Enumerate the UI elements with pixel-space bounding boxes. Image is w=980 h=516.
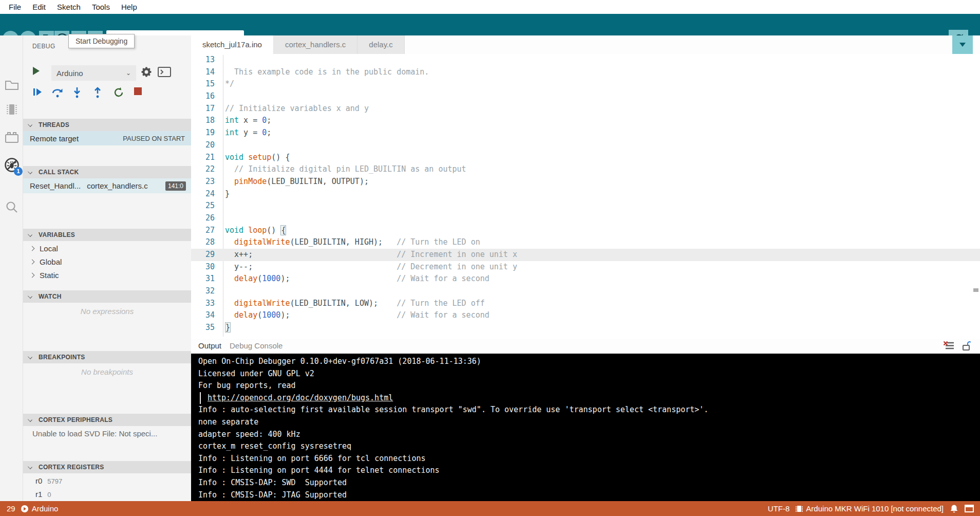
menu-file[interactable]: File — [3, 0, 27, 14]
feedback-window-icon[interactable] — [965, 505, 974, 512]
code-line-22[interactable]: 22 // Initialize digital pin LED_BUILTIN… — [191, 163, 980, 176]
line-number[interactable]: 26 — [191, 212, 215, 225]
line-number[interactable]: 29 — [191, 249, 215, 261]
line-number[interactable]: 20 — [191, 139, 215, 152]
line-number[interactable]: 23 — [191, 176, 215, 188]
line-number[interactable]: 28 — [191, 236, 215, 249]
code-line-23[interactable]: 23 pinMode(LED_BUILTIN, OUTPUT); — [191, 176, 980, 188]
line-number[interactable]: 31 — [191, 273, 215, 285]
line-number[interactable]: 33 — [191, 298, 215, 310]
notifications-bell-icon[interactable] — [950, 504, 958, 513]
line-number[interactable]: 17 — [191, 103, 215, 115]
line-number[interactable]: 24 — [191, 188, 215, 200]
library-manager-icon[interactable] — [4, 129, 20, 145]
line-number[interactable]: 18 — [191, 115, 215, 127]
variables-group-global[interactable]: Global — [23, 255, 191, 269]
code-line-16[interactable]: 16 — [191, 90, 980, 103]
code-line-20[interactable]: 20 — [191, 139, 980, 152]
clear-output-icon[interactable] — [943, 341, 954, 353]
line-number[interactable]: 15 — [191, 78, 215, 90]
editor-tab-delay.c[interactable]: delay.c — [357, 35, 404, 54]
tab-output[interactable]: Output — [198, 339, 221, 354]
status-board[interactable]: Arduino MKR WiFi 1010 [not connected] — [796, 504, 944, 513]
boards-chip-icon[interactable] — [4, 101, 20, 118]
step-over-button[interactable] — [51, 87, 64, 100]
line-number[interactable]: 14 — [191, 66, 215, 79]
code-line-25[interactable]: 25 — [191, 200, 980, 212]
step-out-button[interactable] — [93, 87, 102, 100]
debug-config-selector[interactable]: Arduino ⌄ — [51, 65, 136, 81]
tab-list-dropdown-button[interactable] — [952, 35, 973, 54]
code-line-33[interactable]: 33 digitalWrite(LED_BUILTIN, LOW); // Tu… — [191, 298, 980, 310]
code-line-15[interactable]: 15*/ — [191, 78, 980, 90]
line-number[interactable]: 22 — [191, 163, 215, 176]
output-console[interactable]: Open On-Chip Debugger 0.10.0+dev-gf0767a… — [191, 354, 980, 501]
debug-terminal-icon[interactable] — [158, 67, 171, 79]
line-number[interactable]: 35 — [191, 322, 215, 334]
start-debug-play-button[interactable] — [32, 66, 40, 78]
editor-tab-cortex_handlers.c[interactable]: cortex_handlers.c — [274, 35, 357, 54]
code-line-35[interactable]: 35} — [191, 322, 980, 334]
line-number[interactable]: 19 — [191, 127, 215, 139]
scrollbar-marker[interactable] — [973, 288, 978, 292]
cortex-peripherals-section-header[interactable]: CORTEX PERIPHERALS — [23, 414, 191, 426]
register-row-r0[interactable]: r05797 — [23, 474, 191, 488]
line-number[interactable]: 21 — [191, 152, 215, 164]
search-icon[interactable] — [4, 199, 20, 215]
debug-settings-gear-icon[interactable] — [140, 66, 153, 80]
call-stack-row[interactable]: Reset_Handl... cortex_handlers.c 141:0 — [23, 178, 191, 193]
code-line-24[interactable]: 24} — [191, 188, 980, 200]
code-line-17[interactable]: 17// Initialize variables x and y — [191, 103, 980, 115]
line-number[interactable]: 16 — [191, 90, 215, 103]
code-line-19[interactable]: 19int y = 0; — [191, 127, 980, 139]
code-line-13[interactable]: 13 — [191, 54, 980, 66]
debug-view-icon[interactable]: 1 — [4, 157, 20, 173]
output-panel: Output Debug Console Open On-Chip Debugg… — [191, 339, 980, 501]
code-line-29[interactable]: 29 x++; // Increment in one unit x — [191, 249, 980, 261]
sketchbook-folder-icon[interactable] — [4, 77, 20, 93]
code-line-31[interactable]: 31 delay(1000); // Wait for a second — [191, 273, 980, 285]
cortex-registers-section-header[interactable]: CORTEX REGISTERS — [23, 461, 191, 473]
continue-button[interactable] — [32, 87, 43, 99]
menu-sketch[interactable]: Sketch — [51, 0, 86, 14]
code-line-14[interactable]: 14 This example code is in the public do… — [191, 66, 980, 79]
line-number[interactable]: 34 — [191, 309, 215, 322]
restart-button[interactable] — [113, 87, 124, 100]
line-number[interactable]: 13 — [191, 54, 215, 66]
line-number[interactable]: 27 — [191, 225, 215, 237]
code-line-21[interactable]: 21void setup() { — [191, 152, 980, 164]
thread-row[interactable]: Remote target PAUSED ON START — [23, 131, 191, 145]
variables-section-header[interactable]: VARIABLES — [23, 229, 191, 241]
status-encoding[interactable]: UTF-8 — [768, 504, 790, 513]
breakpoints-section-header[interactable]: BREAKPOINTS — [23, 351, 191, 363]
code-line-34[interactable]: 34 delay(1000); // Wait for a second — [191, 309, 980, 322]
editor-tab-sketch_jul17a.ino[interactable]: sketch_jul17a.ino — [191, 35, 274, 54]
menu-edit[interactable]: Edit — [27, 0, 51, 14]
code-line-27[interactable]: 27void loop() { — [191, 225, 980, 237]
watch-section-header[interactable]: WATCH — [23, 290, 191, 303]
menu-help[interactable]: Help — [116, 0, 143, 14]
menu-tools[interactable]: Tools — [86, 0, 116, 14]
step-into-button[interactable] — [73, 87, 81, 100]
code-line-30[interactable]: 30 y--; // Decrement in one unit y — [191, 261, 980, 273]
stack-frame-file: cortex_handlers.c — [87, 181, 165, 190]
tab-debug-console[interactable]: Debug Console — [230, 339, 282, 354]
status-debug-session[interactable]: Arduino — [21, 504, 59, 513]
code-line-26[interactable]: 26 — [191, 212, 980, 225]
status-board-label: Arduino MKR WiFi 1010 [not connected] — [806, 504, 944, 513]
variables-group-local[interactable]: Local — [23, 242, 191, 255]
code-line-18[interactable]: 18int x = 0; — [191, 115, 980, 127]
variables-group-static[interactable]: Static — [23, 269, 191, 282]
call-stack-section-header[interactable]: CALL STACK — [23, 166, 191, 178]
status-line-indicator[interactable]: 29 — [7, 504, 15, 513]
code-line-28[interactable]: 28 digitalWrite(LED_BUILTIN, HIGH); // T… — [191, 236, 980, 249]
scroll-lock-icon[interactable] — [962, 341, 971, 353]
code-line-32[interactable]: 32 — [191, 285, 980, 298]
line-number[interactable]: 30 — [191, 261, 215, 273]
stop-button[interactable] — [134, 87, 142, 98]
code-editor[interactable]: 1314 This example code is in the public … — [191, 54, 980, 339]
line-number[interactable]: 25 — [191, 200, 215, 212]
line-number[interactable]: 32 — [191, 285, 215, 298]
register-row-r1[interactable]: r10 — [23, 488, 191, 501]
threads-section-header[interactable]: THREADS — [23, 119, 191, 131]
